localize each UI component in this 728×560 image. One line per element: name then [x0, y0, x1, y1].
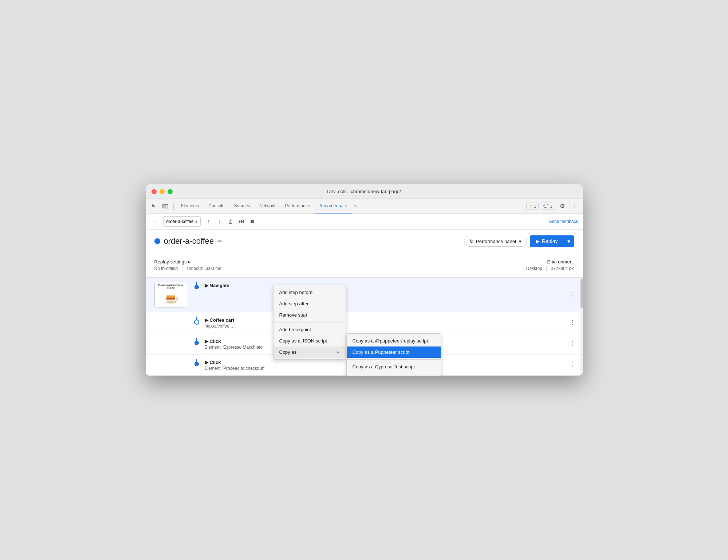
menu-remove-step[interactable]: Remove step	[274, 309, 346, 321]
menu-copy-as[interactable]: Copy as ▶	[274, 346, 346, 358]
menu-copy-json[interactable]: Copy as a JSON script	[274, 335, 346, 346]
delete-recording-button[interactable]: 🗑	[225, 216, 236, 227]
more-icon: ⋮	[572, 203, 578, 209]
step-coffee-cart-title: ▶ Coffee cart	[205, 317, 574, 323]
submenu-puppeteer-script[interactable]: Copy as a Puppeteer script	[347, 346, 441, 358]
settings-expand-icon: ▸	[188, 259, 190, 265]
tab-bar: Elements Console Sources Network Perform…	[146, 199, 583, 214]
more-options-button[interactable]: ⋮	[570, 201, 580, 211]
maximize-button[interactable]	[168, 189, 173, 194]
step-coffee-cart[interactable]: ▶ Coffee cart https://coffee... ⋮	[146, 312, 583, 333]
tab-network[interactable]: Network	[255, 199, 280, 214]
step-thumbnail: Espresso Macchiato$13.50	[154, 282, 187, 308]
warning-count: 1	[534, 204, 536, 208]
timeline-line-4	[196, 359, 197, 362]
settings-left: Replay settings ▸ No throttling Timeout:…	[154, 259, 221, 271]
settings-area: Replay settings ▸ No throttling Timeout:…	[146, 253, 583, 278]
replay-settings-title[interactable]: Replay settings ▸	[154, 259, 221, 265]
environment-value: Desktop 372×804 px	[526, 266, 574, 271]
perf-panel-dropdown-icon: ▾	[519, 239, 522, 244]
step-navigate[interactable]: Espresso Macchiato$13.50	[146, 278, 583, 312]
step-expand-arrow-2: ▶	[205, 317, 208, 323]
step-coffee-cart-subtitle: https://coffee...	[205, 324, 574, 329]
svg-rect-1	[164, 205, 166, 207]
env-divider	[546, 266, 547, 271]
no-throttling-label: No throttling	[154, 266, 178, 271]
tab-elements[interactable]: Elements	[177, 199, 204, 214]
context-menu: Add step before Add step after Remove st…	[273, 285, 346, 360]
step-navigate-more[interactable]: ⋮	[568, 290, 577, 299]
device-toggle-icon[interactable]	[160, 201, 170, 211]
steps-container: Espresso Macchiato$13.50	[146, 278, 583, 376]
record-button[interactable]: ⏺	[247, 216, 257, 227]
replay-dropdown-button[interactable]: ▾	[564, 235, 574, 247]
menu-add-breakpoint[interactable]: Add breakpoint	[274, 324, 346, 335]
recorder-tab-close[interactable]: ✕	[344, 204, 347, 208]
step-expand-arrow: ▶	[205, 283, 208, 288]
replay-main-button[interactable]: ▶ Replay	[530, 235, 564, 247]
cursor-icon[interactable]	[149, 201, 159, 211]
edit-name-icon[interactable]: ✏	[217, 238, 222, 245]
svg-point-6	[166, 301, 176, 304]
step-forward-button[interactable]: ⏭	[236, 216, 247, 227]
submenu-divider	[347, 359, 441, 360]
perf-panel-label: Performance panel	[476, 239, 516, 244]
tab-console[interactable]: Console	[204, 199, 229, 214]
step-coffee-cart-more[interactable]: ⋮	[568, 318, 577, 328]
replay-play-icon: ▶	[536, 238, 540, 244]
env-size-label: 372×804 px	[551, 266, 574, 271]
tabs-list: Elements Console Sources Network Perform…	[175, 199, 527, 214]
env-desktop-label: Desktop	[526, 266, 542, 271]
info-count: 1	[550, 204, 552, 208]
devtools-body: Elements Console Sources Network Perform…	[146, 199, 583, 376]
warning-badge-button[interactable]: ⚠ 1	[526, 203, 539, 209]
recording-status-dot	[154, 238, 160, 244]
info-badge-button[interactable]: 💬 1	[541, 203, 555, 209]
recording-selector-label: order-a-coffee	[166, 219, 194, 224]
toolbar-left	[149, 201, 175, 211]
replay-label: Replay	[542, 238, 558, 244]
recorder-icon: ▲	[339, 204, 343, 208]
import-button[interactable]: ↓	[215, 216, 225, 227]
submenu-nightwatch[interactable]: Copy as a Nightwatch Test script	[347, 372, 441, 376]
chevron-down-icon: ▾	[195, 219, 197, 224]
settings-gear-button[interactable]: ⚙	[557, 201, 567, 211]
recording-header: order-a-coffee ✏ ↻ Performance panel ▾ ▶…	[146, 230, 583, 253]
replay-button-group: ▶ Replay ▾	[530, 235, 574, 247]
add-recording-button[interactable]: +	[150, 216, 160, 227]
gear-icon: ⚙	[560, 203, 565, 209]
tab-recorder[interactable]: Recorder ▲ ✕	[315, 199, 351, 214]
scrollbar-thumb[interactable]	[581, 279, 583, 308]
close-button[interactable]	[151, 189, 157, 194]
submenu-cypress[interactable]: Copy as a Cypress Test script	[347, 361, 441, 372]
tab-sources[interactable]: Sources	[230, 199, 255, 214]
traffic-lights	[151, 189, 173, 194]
submenu-arrow-icon: ▶	[337, 350, 340, 354]
step-navigate-title: ▶ Navigate	[205, 283, 574, 288]
download-icon: ↓	[218, 218, 221, 225]
recording-actions: ↻ Performance panel ▾ ▶ Replay ▾	[464, 235, 574, 247]
context-menu-divider-1	[274, 322, 346, 322]
settings-right: Environment Desktop 372×804 px	[526, 259, 574, 271]
timeline-column-4	[193, 359, 200, 366]
minimize-button[interactable]	[160, 189, 165, 194]
menu-add-step-before[interactable]: Add step before	[274, 287, 346, 298]
svg-rect-3	[166, 295, 175, 298]
submenu-puppeteer-replay[interactable]: Copy as a @puppeteer/replay script	[347, 335, 441, 346]
recording-selector[interactable]: order-a-coffee ▾	[163, 216, 201, 227]
perf-panel-button[interactable]: ↻ Performance panel ▾	[464, 236, 527, 247]
step-click-checkout-more[interactable]: ⋮	[568, 360, 577, 370]
step-click-espresso-more[interactable]: ⋮	[568, 339, 577, 349]
more-tabs-button[interactable]: »	[352, 204, 359, 209]
menu-add-step-after[interactable]: Add step after	[274, 298, 346, 309]
export-button[interactable]: ↑	[204, 216, 214, 227]
scrollbar-track[interactable]	[580, 278, 583, 376]
tab-performance[interactable]: Performance	[281, 199, 315, 214]
recording-title: order-a-coffee ✏	[154, 236, 223, 246]
step-dot-solid-3	[194, 341, 199, 345]
thumbnail-text: Espresso Macchiato$13.50	[158, 284, 183, 290]
timeout-label: Timeout: 5000 ms	[186, 266, 221, 271]
perf-panel-icon: ↻	[469, 238, 474, 244]
send-feedback-link[interactable]: Send feedback	[549, 219, 578, 224]
timeline-column	[193, 282, 200, 289]
